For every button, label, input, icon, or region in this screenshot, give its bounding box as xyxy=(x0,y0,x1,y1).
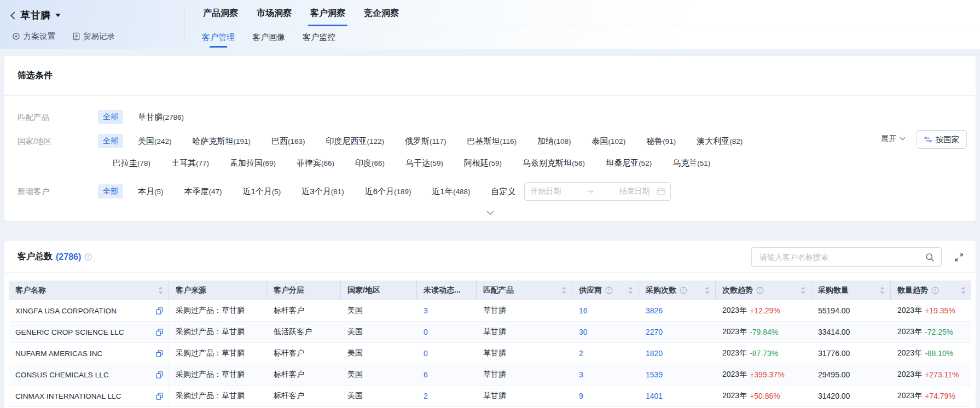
tab-customer-insight[interactable]: 客户洞察 xyxy=(309,0,346,26)
sort-icon[interactable] xyxy=(801,287,805,294)
cell-purchase-count-link[interactable]: 1820 xyxy=(639,343,716,364)
sort-icon[interactable] xyxy=(705,287,710,294)
country-filter-item[interactable]: 巴西(163) xyxy=(271,136,305,147)
country-filter-item[interactable]: 泰国(102) xyxy=(592,136,626,147)
collapse-panel-toggle[interactable] xyxy=(477,206,504,219)
country-all-chip[interactable]: 全部 xyxy=(98,134,123,148)
subtab-customer-monitor[interactable]: 客户监控 xyxy=(303,26,335,48)
subtab-customer-profile[interactable]: 客户画像 xyxy=(252,26,285,48)
filter-item-count: (82) xyxy=(729,137,743,145)
country-filter-item[interactable]: 孟加拉国(69) xyxy=(230,158,276,168)
by-country-button[interactable]: 按国家 xyxy=(917,130,967,149)
copy-icon[interactable] xyxy=(152,371,163,378)
country-filter-item[interactable]: 土耳其(77) xyxy=(171,158,209,168)
customer-search-box xyxy=(751,247,942,267)
sort-icon[interactable] xyxy=(561,287,566,294)
column-label: 客户名称 xyxy=(15,285,46,295)
tab-competitor-insight[interactable]: 竞企洞察 xyxy=(363,0,400,26)
country-filter-item[interactable]: 菲律宾(66) xyxy=(297,158,334,168)
cell-customer-source: 采购过产品：草甘膦 xyxy=(169,300,267,321)
cell-purchase-count-link[interactable]: 1401 xyxy=(639,386,716,406)
country-filter-item[interactable]: 坦桑尼亚(52) xyxy=(606,158,652,168)
period-filter-item[interactable]: 本季度(47) xyxy=(184,186,222,197)
trend-percent: +19.35% xyxy=(925,306,955,315)
country-filter-item[interactable]: 巴拉圭(78) xyxy=(113,158,150,168)
country-filter-item[interactable]: 俄罗斯(117) xyxy=(405,136,446,147)
subtab-customer-management[interactable]: 客户管理 xyxy=(202,26,235,48)
cell-purchase-count-link[interactable]: 1539 xyxy=(639,364,716,385)
filter-item-name: 近1个月 xyxy=(243,186,272,196)
info-icon[interactable] xyxy=(680,287,687,294)
country-filter-item[interactable]: 巴基斯坦(116) xyxy=(467,136,517,147)
country-filter-item[interactable]: 秘鲁(91) xyxy=(646,136,676,147)
sort-icon[interactable] xyxy=(628,287,633,294)
customer-name-text[interactable]: GENERIC CROP SCIENCE LLC xyxy=(15,328,124,336)
cell-unread-link[interactable]: 2 xyxy=(417,386,477,406)
product-filter-item[interactable]: 草甘膦(2786) xyxy=(138,112,184,123)
fullscreen-icon[interactable] xyxy=(954,253,964,262)
custom-range-option[interactable]: 自定义 xyxy=(491,186,515,197)
cell-suppliers-link[interactable]: 2 xyxy=(572,343,639,364)
country-filter-item[interactable]: 乌克兰(51) xyxy=(672,158,710,168)
expand-toggle[interactable]: 展开 xyxy=(881,133,906,144)
cell-unread-link[interactable]: 0 xyxy=(417,343,477,364)
cell-suppliers-link[interactable]: 3 xyxy=(572,364,639,385)
info-icon[interactable] xyxy=(84,253,92,261)
swap-icon xyxy=(924,136,932,143)
period-filter-item[interactable]: 近1年(488) xyxy=(432,186,471,197)
info-icon[interactable] xyxy=(756,287,764,294)
trade-records-button[interactable]: 贸易记录 xyxy=(73,31,115,42)
country-filter-item[interactable]: 乌干达(59) xyxy=(405,158,443,168)
table-row: XINGFA USA CORPORATION采购过产品：草甘膦标杆客户美国3草甘… xyxy=(9,300,971,322)
filter-item-count: (69) xyxy=(263,159,276,167)
period-filter-item[interactable]: 近1个月(5) xyxy=(243,186,281,197)
country-filter-item[interactable]: 印度尼西亚(122) xyxy=(326,136,385,147)
cell-unread-link[interactable]: 0 xyxy=(417,322,477,342)
product-all-chip[interactable]: 全部 xyxy=(98,110,123,124)
info-icon[interactable] xyxy=(931,287,939,294)
scheme-settings-button[interactable]: 方案设置 xyxy=(12,31,55,42)
col-header-matched-product: 匹配产品 xyxy=(477,281,572,300)
country-filter-item[interactable]: 哈萨克斯坦(191) xyxy=(193,136,251,147)
copy-icon[interactable] xyxy=(152,393,163,400)
filter-item-name: 近3个月 xyxy=(301,186,330,196)
customer-name-text[interactable]: CINMAX INTERNATIONAL LLC xyxy=(15,392,121,400)
customer-name-text[interactable]: CONSUS CHEMICALS LLC xyxy=(15,371,109,379)
search-icon[interactable] xyxy=(925,253,935,262)
copy-icon[interactable] xyxy=(152,329,163,336)
period-filter-item[interactable]: 近3个月(81) xyxy=(301,186,344,197)
back-icon[interactable] xyxy=(10,11,16,20)
filter-item-count: (59) xyxy=(489,159,502,167)
filter-item-name: 美国 xyxy=(138,136,154,145)
cell-purchase-qty: 33414.00 xyxy=(811,322,891,342)
period-filter-item[interactable]: 本月(5) xyxy=(138,186,164,197)
cell-unread-link[interactable]: 6 xyxy=(417,364,477,385)
date-range-input[interactable]: 开始日期 结束日期 xyxy=(524,182,671,201)
cell-purchase-count-link[interactable]: 3826 xyxy=(639,300,716,321)
country-filter-item[interactable]: 印度(66) xyxy=(355,158,385,168)
sort-icon[interactable] xyxy=(961,287,966,294)
tab-market-insight[interactable]: 市场洞察 xyxy=(256,0,293,26)
sort-icon[interactable] xyxy=(880,287,885,294)
country-filter-item[interactable]: 加纳(108) xyxy=(537,136,571,147)
country-filter-item[interactable]: 乌兹别克斯坦(56) xyxy=(523,158,585,168)
country-filter-item[interactable]: 美国(242) xyxy=(138,136,172,147)
info-icon[interactable] xyxy=(605,287,613,294)
period-filter-item[interactable]: 近6个月(189) xyxy=(365,186,411,197)
copy-icon[interactable] xyxy=(152,307,163,314)
cell-suppliers-link[interactable]: 9 xyxy=(572,386,639,406)
tab-product-insight[interactable]: 产品洞察 xyxy=(202,0,239,26)
new-customer-all-chip[interactable]: 全部 xyxy=(98,184,123,199)
product-caret-down-icon[interactable] xyxy=(55,14,61,17)
country-filter-item[interactable]: 阿根廷(59) xyxy=(464,158,502,168)
cell-unread-link[interactable]: 3 xyxy=(417,300,477,321)
cell-suppliers-link[interactable]: 16 xyxy=(572,300,639,321)
country-filter-item[interactable]: 澳大利亚(82) xyxy=(697,136,743,147)
copy-icon[interactable] xyxy=(152,350,163,357)
customer-search-input[interactable] xyxy=(758,252,920,262)
cell-suppliers-link[interactable]: 30 xyxy=(572,322,639,342)
sort-icon[interactable] xyxy=(158,287,163,294)
customer-name-text[interactable]: XINGFA USA CORPORATION xyxy=(15,307,117,315)
cell-purchase-count-link[interactable]: 2270 xyxy=(639,322,716,342)
customer-name-text[interactable]: NUFARM AMERICAS INC xyxy=(15,349,102,358)
